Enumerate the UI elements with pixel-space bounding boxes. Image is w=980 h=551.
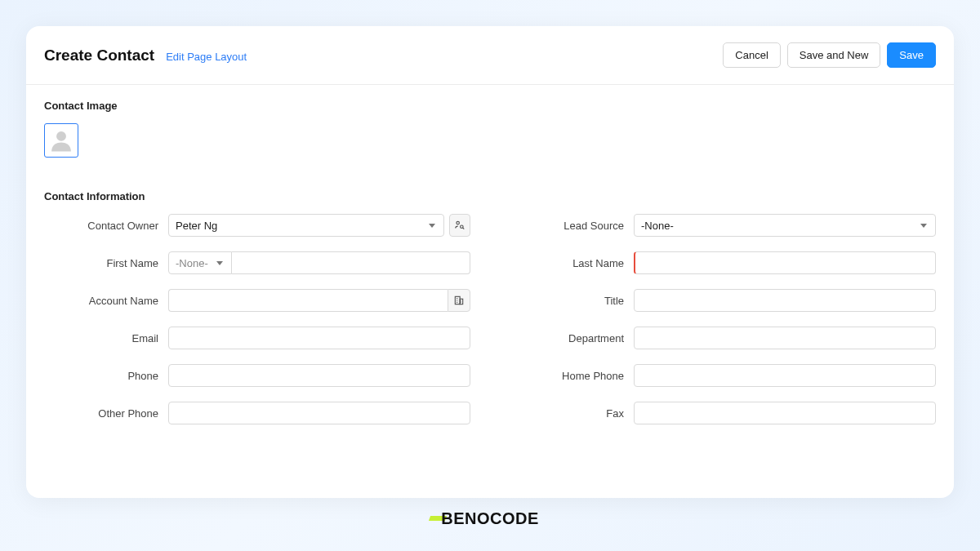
- last-name-row: Last Name: [510, 251, 936, 274]
- header-actions: Cancel Save and New Save: [723, 42, 936, 68]
- email-input[interactable]: [168, 327, 470, 349]
- brand-logo-text: BENOCODE: [441, 509, 539, 528]
- title-row: Title: [510, 289, 936, 312]
- chevron-down-icon: [920, 224, 927, 228]
- fax-row: Fax: [510, 402, 936, 424]
- first-name-row: First Name -None-: [44, 251, 470, 274]
- lead-source-select[interactable]: -None-: [634, 214, 936, 237]
- user-search-icon: [454, 220, 466, 231]
- phone-label: Phone: [44, 370, 158, 382]
- other-phone-row: Other Phone: [44, 402, 470, 424]
- salutation-select[interactable]: -None-: [168, 251, 232, 274]
- form-grid: Contact Owner Peter Ng: [44, 214, 936, 424]
- header: Create Contact Edit Page Layout Cancel S…: [26, 26, 954, 84]
- chevron-down-icon: [429, 224, 435, 228]
- phone-input[interactable]: [168, 364, 470, 387]
- save-button[interactable]: Save: [887, 42, 936, 68]
- save-and-new-button[interactable]: Save and New: [787, 42, 881, 68]
- last-name-label: Last Name: [510, 257, 624, 269]
- email-label: Email: [44, 332, 158, 344]
- first-name-label: First Name: [44, 257, 158, 269]
- contact-owner-value: Peter Ng: [176, 220, 217, 232]
- home-phone-label: Home Phone: [510, 370, 624, 382]
- edit-page-layout-link[interactable]: Edit Page Layout: [166, 51, 247, 63]
- content: Contact Image Contact Information Contac…: [26, 85, 954, 498]
- first-name-input[interactable]: [232, 251, 470, 274]
- account-name-input[interactable]: [168, 289, 448, 312]
- section-contact-image-title: Contact Image: [44, 100, 936, 112]
- title-input[interactable]: [634, 289, 936, 312]
- svg-point-0: [56, 131, 66, 141]
- home-phone-row: Home Phone: [510, 364, 936, 387]
- lead-source-value: -None-: [641, 220, 674, 232]
- column-gap: [470, 214, 510, 424]
- svg-point-1: [457, 221, 460, 224]
- other-phone-label: Other Phone: [44, 407, 158, 420]
- account-name-label: Account Name: [44, 295, 158, 307]
- account-lookup-button[interactable]: [448, 289, 470, 312]
- title-label: Title: [510, 295, 624, 307]
- lead-source-label: Lead Source: [510, 220, 624, 232]
- contact-owner-lookup-button[interactable]: [449, 214, 470, 237]
- svg-rect-4: [460, 299, 463, 304]
- fax-label: Fax: [510, 407, 624, 420]
- contact-owner-row: Contact Owner Peter Ng: [44, 214, 470, 237]
- email-row: Email: [44, 327, 470, 349]
- department-label: Department: [510, 332, 624, 344]
- cancel-button[interactable]: Cancel: [723, 42, 780, 68]
- phone-row: Phone: [44, 364, 470, 387]
- section-contact-info-title: Contact Information: [44, 190, 936, 202]
- right-column: Lead Source -None- Last Name Title: [510, 214, 936, 424]
- left-column: Contact Owner Peter Ng: [44, 214, 470, 424]
- other-phone-input[interactable]: [168, 402, 470, 424]
- fax-input[interactable]: [634, 402, 936, 424]
- contact-image-upload[interactable]: [44, 123, 78, 158]
- page-title: Create Contact: [44, 47, 154, 64]
- brand-logo: BENOCODE: [441, 509, 539, 528]
- svg-point-2: [461, 225, 464, 229]
- building-icon: [453, 295, 465, 306]
- lead-source-row: Lead Source -None-: [510, 214, 936, 237]
- department-input[interactable]: [634, 327, 936, 349]
- form-card: Create Contact Edit Page Layout Cancel S…: [26, 26, 954, 498]
- home-phone-input[interactable]: [634, 364, 936, 387]
- header-left: Create Contact Edit Page Layout: [44, 47, 247, 64]
- last-name-input[interactable]: [634, 251, 936, 274]
- contact-owner-label: Contact Owner: [44, 220, 158, 232]
- salutation-value: -None-: [176, 257, 208, 269]
- account-name-row: Account Name: [44, 289, 470, 312]
- department-row: Department: [510, 327, 936, 349]
- chevron-down-icon: [216, 261, 223, 265]
- contact-owner-select[interactable]: Peter Ng: [168, 214, 444, 237]
- avatar-placeholder-icon: [47, 127, 75, 154]
